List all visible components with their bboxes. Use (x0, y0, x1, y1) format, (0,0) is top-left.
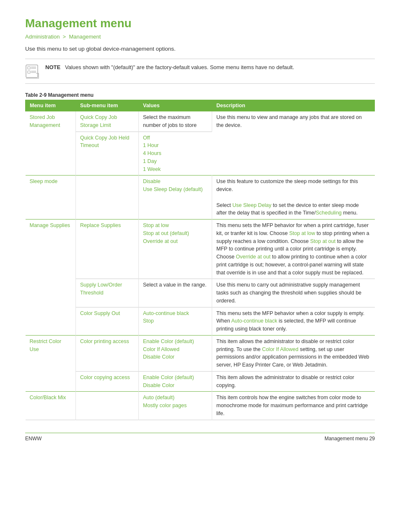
table-row: Color Supply Out Auto-continue black Sto… (26, 307, 375, 335)
table-row: Color copying access Enable Color (defau… (26, 371, 375, 392)
note-icon (25, 64, 40, 79)
value-auto-continue-black[interactable]: Auto-continue black (143, 310, 189, 316)
value-1day[interactable]: 1 Day (143, 158, 157, 164)
menu-item-manage-supplies[interactable]: Manage Supplies (30, 222, 70, 228)
value-disable-color[interactable]: Disable Color (143, 354, 174, 360)
footer-right: Management menu 29 (325, 436, 375, 442)
desc-replace-supplies: This menu sets the MFP behavior for when… (216, 222, 369, 276)
management-table: Menu item Sub-menu item Values Descripti… (25, 100, 375, 420)
value-mostly-color[interactable]: Mostly color pages (143, 403, 187, 408)
link-use-sleep-delay[interactable]: Use Sleep Delay (232, 202, 271, 208)
value-stop-at-low[interactable]: Stop at low (143, 222, 169, 228)
sub-item-quick-copy-storage[interactable]: Quick Copy Job Storage Limit (80, 114, 117, 128)
value-use-sleep-delay[interactable]: Use Sleep Delay (default) (143, 186, 203, 192)
table-row: Color/Black Mix Auto (default) Mostly co… (26, 392, 375, 420)
note-box: NOTE Values shown with "(default)" are t… (25, 59, 375, 84)
desc-supply-threshold: Use this menu to carry out administrativ… (216, 282, 361, 304)
menu-item-color-black-mix[interactable]: Color/Black Mix (30, 395, 66, 400)
value-disable-color-copy[interactable]: Disable Color (143, 382, 174, 388)
desc-stored-job: Use this menu to view and manage any job… (216, 114, 362, 128)
value-disable[interactable]: Disable (143, 178, 161, 184)
desc-sleep-2: Select Use Sleep Delay to set the device… (216, 202, 359, 216)
sub-item-color-copying-access[interactable]: Color copying access (80, 374, 130, 380)
table-row: Sleep mode Disable Use Sleep Delay (defa… (26, 176, 375, 220)
table-row: Stored Job Management Quick Copy Job Sto… (26, 111, 375, 132)
value-4hours[interactable]: 4 Hours (143, 150, 161, 156)
table-caption: Table 2-9 Management menu (25, 92, 375, 98)
page-title: Management menu (25, 17, 375, 30)
value-1week[interactable]: 1 Week (143, 166, 161, 172)
desc-color-copying-access: This item allows the administrator to di… (216, 374, 354, 388)
desc-sleep-1: Use this feature to customize the sleep … (216, 178, 358, 192)
desc-color-supply-out: This menu sets the MFP behavior when a c… (216, 310, 364, 332)
desc-color-printing-access: This item allows the administrator to di… (216, 338, 369, 368)
link-stop-at-low[interactable]: Stop at low (289, 230, 315, 236)
svg-rect-4 (28, 71, 30, 73)
link-color-if-allowed[interactable]: Color If Allowed (262, 346, 299, 352)
col-header-desc: Description (212, 100, 375, 111)
sub-item-replace-supplies[interactable]: Replace Supplies (80, 222, 121, 228)
value-stop-at-out[interactable]: Stop at out (default) (143, 230, 189, 236)
value-auto-default[interactable]: Auto (default) (143, 395, 174, 400)
footer-left: ENWW (25, 436, 42, 442)
breadcrumb: Administration > Management (25, 34, 375, 40)
link-auto-continue[interactable]: Auto-continue black (231, 318, 277, 324)
note-label: NOTE (45, 64, 60, 70)
breadcrumb-administration[interactable]: Administration (25, 34, 60, 40)
footer: ENWW Management menu 29 (25, 433, 375, 442)
link-override-at-out[interactable]: Override at out (236, 254, 271, 260)
value-threshold-range: Select a value in the range. (143, 282, 207, 288)
value-off[interactable]: Off (143, 135, 150, 141)
table-row: Supply Low/Order Threshold Select a valu… (26, 279, 375, 307)
menu-item-restrict-color[interactable]: Restrict Color Use (30, 338, 62, 352)
table-row: Restrict Color Use Color printing access… (26, 335, 375, 371)
note-text: NOTE Values shown with "(default)" are t… (45, 63, 294, 72)
value-enable-color-default[interactable]: Enable Color (default) (143, 338, 194, 344)
value-stop[interactable]: Stop (143, 318, 154, 324)
sub-item-color-printing-access[interactable]: Color printing access (80, 338, 129, 344)
value-enable-color-copy-default[interactable]: Enable Color (default) (143, 374, 194, 380)
svg-rect-1 (28, 67, 30, 69)
desc-color-black-mix: This item controls how the engine switch… (216, 395, 368, 416)
sub-item-quick-copy-timeout[interactable]: Quick Copy Job Held Timeout (80, 135, 129, 149)
value-1hour[interactable]: 1 Hour (143, 142, 159, 148)
col-header-menu: Menu item (26, 100, 76, 111)
sub-item-color-supply-out[interactable]: Color Supply Out (80, 310, 120, 316)
intro-text: Use this menu to set up global device-ma… (25, 46, 375, 52)
menu-item-stored-job[interactable]: Stored Job Management (30, 114, 60, 128)
value-storage-limit: Select the maximum number of jobs to sto… (143, 114, 197, 128)
value-override-at-out[interactable]: Override at out (143, 238, 178, 244)
value-color-if-allowed[interactable]: Color If Allowed (143, 346, 179, 352)
link-scheduling[interactable]: Scheduling (316, 210, 342, 216)
table-row: Manage Supplies Replace Supplies Stop at… (26, 220, 375, 279)
sub-item-supply-threshold[interactable]: Supply Low/Order Threshold (80, 282, 122, 296)
breadcrumb-management[interactable]: Management (69, 34, 101, 40)
col-header-values: Values (139, 100, 212, 111)
link-stop-at-out[interactable]: Stop at out (310, 238, 335, 244)
col-header-sub: Sub-menu item (76, 100, 139, 111)
note-body: Values shown with "(default)" are the fa… (65, 64, 294, 70)
menu-item-sleep-mode[interactable]: Sleep mode (30, 178, 58, 184)
